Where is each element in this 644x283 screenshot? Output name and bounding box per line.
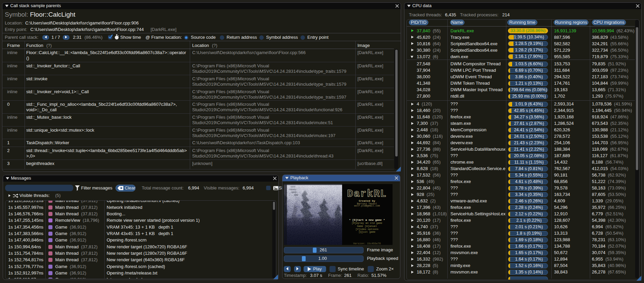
svg-text:[Q]uit game: [Q]uit game (358, 231, 375, 233)
svg-text:* [S]tart a new game *: * [S]tart a new game * (349, 218, 385, 221)
svg-text:[V]ideo options: [V]ideo options (355, 228, 379, 231)
svg-text:Created by: Created by (359, 199, 375, 202)
svg-text:DarkRL: DarkRL (347, 188, 387, 200)
svg-text:Version: 15c455e76: Version: 15c455e76 (353, 242, 381, 245)
svg-text:Game [m]anual: Game [m]anual (357, 225, 377, 228)
svg-text:wolf.pld@gmail.com: wolf.pld@gmail.com (354, 204, 380, 207)
svg-text:[R]eplay an old game: [R]eplay an old game (352, 222, 382, 224)
